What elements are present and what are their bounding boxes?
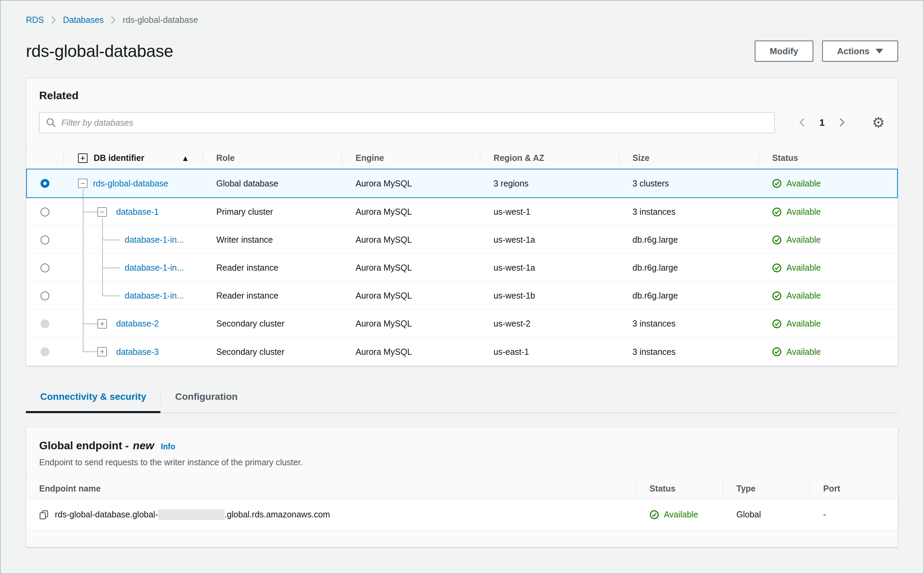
filter-input[interactable] bbox=[39, 112, 775, 133]
db-table-row[interactable]: database-1 Primary cluster Aurora MySQL … bbox=[26, 198, 898, 226]
endpoint-status-text: Available bbox=[664, 509, 698, 519]
column-header-region-az: Region & AZ bbox=[480, 147, 619, 169]
status-text: Available bbox=[786, 347, 821, 357]
previous-page-button[interactable] bbox=[791, 117, 813, 128]
status-cell: Available bbox=[759, 282, 898, 309]
db-link[interactable]: database-1-in... bbox=[125, 291, 184, 301]
endpoint-port-cell: - bbox=[809, 499, 898, 530]
region-az-cell: us-east-1 bbox=[480, 338, 619, 366]
column-header-endpoint-port: Port bbox=[809, 478, 898, 499]
expand-toggle-icon[interactable] bbox=[97, 319, 107, 329]
engine-cell: Aurora MySQL bbox=[342, 338, 480, 366]
status-text: Available bbox=[786, 235, 821, 245]
endpoint-type-cell: Global bbox=[723, 499, 809, 530]
role-cell: Secondary cluster bbox=[203, 310, 342, 337]
row-select-cell bbox=[26, 282, 64, 309]
column-header-status: Status bbox=[759, 147, 898, 169]
row-radio[interactable] bbox=[41, 235, 49, 244]
row-select-cell bbox=[26, 169, 64, 198]
db-link[interactable]: database-1-in... bbox=[125, 235, 184, 245]
db-link[interactable]: database-3 bbox=[116, 347, 159, 357]
tree-line bbox=[102, 218, 103, 226]
size-cell: 3 instances bbox=[619, 310, 759, 337]
endpoint-status-cell: Available bbox=[636, 499, 723, 530]
row-radio[interactable] bbox=[41, 208, 49, 216]
global-endpoint-description: Endpoint to send requests to the writer … bbox=[39, 457, 885, 467]
info-link[interactable]: Info bbox=[161, 442, 175, 451]
db-link[interactable]: database-1-in... bbox=[125, 263, 184, 273]
endpoint-table-row: rds-global-database.global-.global.rds.a… bbox=[26, 499, 898, 530]
region-az-cell: 3 regions bbox=[480, 169, 619, 198]
region-az-cell: us-west-1a bbox=[480, 254, 619, 282]
collapse-toggle-icon[interactable] bbox=[97, 207, 107, 217]
breadcrumb-databases[interactable]: Databases bbox=[63, 15, 104, 25]
engine-cell: Aurora MySQL bbox=[342, 169, 480, 198]
engine-cell: Aurora MySQL bbox=[342, 226, 480, 254]
region-az-cell: us-west-2 bbox=[480, 310, 619, 337]
tree-line bbox=[83, 212, 97, 212]
pagination: 1 bbox=[791, 117, 853, 128]
size-cell: 3 clusters bbox=[619, 169, 759, 198]
db-identifier-cell: database-1-in... bbox=[64, 254, 203, 282]
expand-all-icon[interactable] bbox=[78, 153, 88, 163]
row-radio[interactable] bbox=[41, 263, 49, 272]
db-identifier-cell: database-1-in... bbox=[64, 282, 203, 309]
tab-configuration[interactable]: Configuration bbox=[161, 391, 252, 412]
column-header-size: Size bbox=[619, 147, 759, 169]
region-az-cell: us-west-1 bbox=[480, 198, 619, 226]
db-table-row[interactable]: database-1-in... Reader instance Aurora … bbox=[26, 254, 898, 282]
available-icon bbox=[649, 510, 659, 519]
db-link[interactable]: database-1 bbox=[116, 207, 159, 217]
row-select-cell bbox=[26, 226, 64, 254]
region-az-cell: us-west-1b bbox=[480, 282, 619, 309]
modify-button[interactable]: Modify bbox=[755, 41, 813, 62]
tree-line bbox=[102, 282, 103, 296]
tree-line bbox=[102, 240, 120, 240]
row-radio[interactable] bbox=[41, 179, 49, 188]
db-table-body: rds-global-database Global database Auro… bbox=[26, 169, 898, 366]
db-table-header: DB identifier ▲ Role Engine Region & AZ … bbox=[26, 147, 898, 169]
tree-line bbox=[83, 226, 83, 254]
size-cell: db.r6g.large bbox=[619, 226, 759, 254]
tree-line bbox=[102, 268, 120, 268]
actions-button[interactable]: Actions bbox=[822, 41, 898, 62]
db-identifier-cell: database-1-in... bbox=[64, 226, 203, 254]
region-az-cell: us-west-1a bbox=[480, 226, 619, 254]
tab-connectivity-security[interactable]: Connectivity & security bbox=[26, 391, 160, 412]
db-identifier-cell: database-3 bbox=[64, 338, 203, 366]
tree-line bbox=[83, 338, 83, 352]
status-cell: Available bbox=[759, 310, 898, 337]
tree-line bbox=[102, 295, 120, 296]
expand-toggle-icon[interactable] bbox=[97, 347, 107, 356]
next-page-button[interactable] bbox=[831, 117, 853, 128]
global-endpoint-header: Global endpoint - new Info Endpoint to s… bbox=[26, 427, 898, 478]
row-select-cell bbox=[26, 198, 64, 226]
db-table-row[interactable]: database-1-in... Reader instance Aurora … bbox=[26, 282, 898, 310]
engine-cell: Aurora MySQL bbox=[342, 310, 480, 337]
db-table-row[interactable]: database-1-in... Writer instance Aurora … bbox=[26, 226, 898, 254]
available-icon bbox=[772, 207, 782, 217]
role-cell: Reader instance bbox=[203, 282, 342, 309]
modify-button-label: Modify bbox=[770, 46, 798, 57]
row-select-cell bbox=[26, 310, 64, 337]
settings-gear-icon[interactable]: ⚙ bbox=[872, 115, 885, 130]
status-text: Available bbox=[786, 263, 821, 273]
column-header-db-identifier[interactable]: DB identifier ▲ bbox=[64, 147, 203, 169]
db-table-row[interactable]: database-3 Secondary cluster Aurora MySQ… bbox=[26, 338, 898, 366]
db-table-row[interactable]: database-2 Secondary cluster Aurora MySQ… bbox=[26, 310, 898, 338]
role-cell: Global database bbox=[203, 169, 342, 198]
endpoint-name-text: rds-global-database.global-.global.rds.a… bbox=[55, 509, 330, 520]
collapse-toggle-icon[interactable] bbox=[78, 178, 88, 188]
row-radio[interactable] bbox=[41, 292, 49, 300]
column-label: DB identifier bbox=[94, 153, 145, 163]
db-table-row[interactable]: rds-global-database Global database Auro… bbox=[26, 169, 898, 198]
copy-icon[interactable] bbox=[39, 510, 49, 519]
db-link[interactable]: rds-global-database bbox=[93, 178, 168, 189]
db-link[interactable]: database-2 bbox=[116, 319, 159, 329]
available-icon bbox=[772, 291, 782, 301]
column-header-endpoint-status: Status bbox=[636, 478, 723, 499]
size-cell: 3 instances bbox=[619, 198, 759, 226]
status-cell: Available bbox=[759, 198, 898, 226]
breadcrumb-rds[interactable]: RDS bbox=[26, 15, 44, 25]
size-cell: 3 instances bbox=[619, 338, 759, 366]
